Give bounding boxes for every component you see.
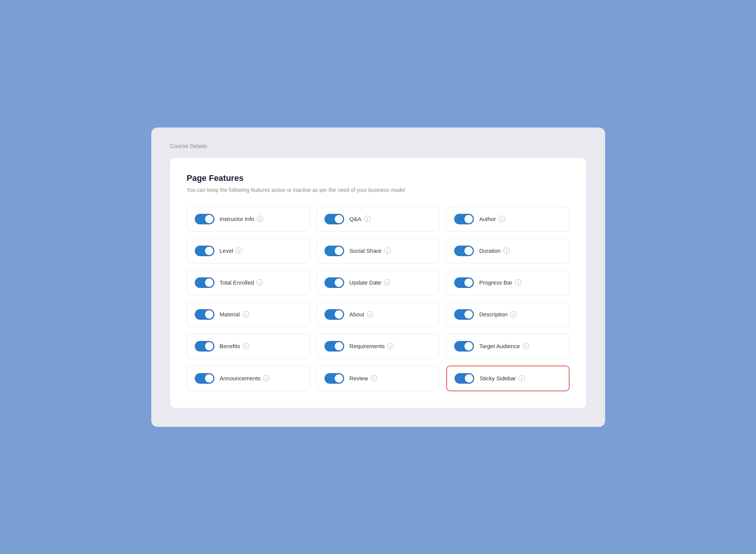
feature-label-instructor-info: Instructor Infoi (220, 216, 264, 222)
feature-item-social-share[interactable]: Social Sharei (317, 238, 439, 263)
feature-item-author[interactable]: Authori (446, 207, 569, 232)
feature-label-text-progress-bar: Progress Bar (479, 279, 512, 286)
toggle-benefits[interactable] (195, 341, 214, 352)
toggle-sticky-sidebar[interactable] (455, 373, 474, 384)
outer-container: Course Details Page Features You can kee… (151, 128, 605, 427)
toggle-thumb-instructor-info (205, 215, 213, 223)
feature-label-announcements: Announcementsi (220, 375, 270, 381)
toggle-instructor-info[interactable] (195, 214, 214, 224)
toggle-thumb-author (464, 215, 473, 223)
feature-label-text-sticky-sidebar: Sticky Sidebar (480, 375, 516, 381)
info-icon-sticky-sidebar[interactable]: i (518, 375, 525, 381)
info-icon-total-enrolled[interactable]: i (256, 279, 263, 286)
info-icon-target-audience[interactable]: i (523, 343, 529, 349)
toggle-material[interactable] (195, 309, 214, 320)
feature-item-target-audience[interactable]: Target Audiencei (446, 334, 569, 359)
toggle-track-total-enrolled (195, 277, 214, 288)
feature-item-requirements[interactable]: Requirementsi (317, 334, 439, 359)
toggle-thumb-about (335, 310, 343, 319)
feature-label-description: Descriptioni (479, 311, 517, 317)
info-icon-level[interactable]: i (236, 247, 242, 254)
toggle-total-enrolled[interactable] (195, 277, 214, 288)
feature-label-text-about: About (349, 311, 364, 317)
toggle-track-requirements (324, 341, 344, 352)
toggle-level[interactable] (195, 246, 214, 256)
toggle-about[interactable] (324, 309, 344, 320)
info-icon-progress-bar[interactable]: i (515, 279, 522, 286)
toggle-update-date[interactable] (324, 277, 344, 288)
info-icon-social-share[interactable]: i (384, 247, 391, 254)
feature-label-text-author: Author (479, 216, 496, 222)
toggle-social-share[interactable] (324, 246, 344, 256)
info-icon-duration[interactable]: i (503, 247, 510, 254)
info-icon-instructor-info[interactable]: i (257, 216, 263, 222)
info-icon-benefits[interactable]: i (243, 343, 249, 349)
toggle-thumb-target-audience (464, 342, 473, 350)
feature-label-benefits: Benefitsi (220, 343, 249, 349)
feature-item-instructor-info[interactable]: Instructor Infoi (187, 207, 310, 232)
toggle-track-target-audience (454, 341, 474, 352)
toggle-thumb-sticky-sidebar (465, 374, 473, 383)
feature-item-about[interactable]: Abouti (317, 302, 439, 327)
toggle-track-benefits (195, 341, 214, 352)
feature-label-text-update-date: Update Date (349, 279, 381, 286)
feature-label-progress-bar: Progress Bari (479, 279, 522, 286)
info-icon-qa[interactable]: i (364, 216, 371, 222)
feature-item-progress-bar[interactable]: Progress Bari (446, 270, 569, 295)
page-title: Page Features (187, 173, 570, 183)
toggle-target-audience[interactable] (454, 341, 474, 352)
card: Page Features You can keep the following… (170, 158, 586, 408)
info-icon-author[interactable]: i (498, 216, 505, 222)
info-icon-requirements[interactable]: i (387, 343, 394, 349)
toggle-thumb-qa (335, 215, 343, 223)
feature-label-text-target-audience: Target Audience (479, 343, 520, 349)
feature-item-description[interactable]: Descriptioni (446, 302, 569, 327)
toggle-track-sticky-sidebar (455, 373, 474, 384)
toggle-thumb-description (464, 310, 473, 319)
info-icon-about[interactable]: i (367, 311, 373, 317)
toggle-requirements[interactable] (324, 341, 344, 352)
toggle-author[interactable] (454, 214, 474, 224)
feature-label-author: Authori (479, 216, 505, 222)
feature-label-review: Reviewi (349, 375, 377, 381)
info-icon-material[interactable]: i (242, 311, 249, 317)
feature-label-requirements: Requirementsi (349, 343, 394, 349)
toggle-track-update-date (324, 277, 344, 288)
feature-label-text-level: Level (220, 247, 233, 254)
toggle-thumb-total-enrolled (205, 279, 213, 287)
toggle-thumb-requirements (335, 342, 343, 350)
toggle-progress-bar[interactable] (454, 277, 474, 288)
toggle-track-announcements (195, 373, 214, 384)
toggle-thumb-material (205, 310, 213, 319)
feature-item-sticky-sidebar[interactable]: Sticky Sidebari (446, 366, 569, 391)
info-icon-review[interactable]: i (371, 375, 377, 381)
feature-item-level[interactable]: Leveli (187, 238, 310, 263)
feature-item-benefits[interactable]: Benefitsi (187, 334, 310, 359)
toggle-description[interactable] (454, 309, 474, 320)
toggle-duration[interactable] (454, 246, 474, 256)
feature-item-update-date[interactable]: Update Datei (317, 270, 439, 295)
toggle-announcements[interactable] (195, 373, 214, 384)
feature-item-announcements[interactable]: Announcementsi (187, 366, 310, 391)
feature-label-text-benefits: Benefits (220, 343, 240, 349)
toggle-track-material (195, 309, 214, 320)
toggle-review[interactable] (324, 373, 344, 384)
card-subtitle: You can keep the following features acti… (187, 187, 570, 193)
feature-item-qa[interactable]: Q&Ai (317, 207, 439, 232)
toggle-track-author (454, 214, 474, 224)
info-icon-update-date[interactable]: i (384, 279, 390, 286)
toggle-thumb-social-share (335, 247, 343, 255)
feature-label-social-share: Social Sharei (349, 247, 391, 254)
toggle-track-qa (324, 214, 344, 224)
feature-label-text-instructor-info: Instructor Info (220, 216, 255, 222)
feature-label-text-duration: Duration (479, 247, 501, 254)
feature-item-total-enrolled[interactable]: Total Enrolledi (187, 270, 310, 295)
feature-item-review[interactable]: Reviewi (317, 366, 439, 391)
info-icon-description[interactable]: i (510, 311, 517, 317)
feature-label-target-audience: Target Audiencei (479, 343, 529, 349)
toggle-qa[interactable] (324, 214, 344, 224)
toggle-track-progress-bar (454, 277, 474, 288)
feature-item-duration[interactable]: Durationi (446, 238, 569, 263)
feature-item-material[interactable]: Materiali (187, 302, 310, 327)
info-icon-announcements[interactable]: i (263, 375, 270, 381)
